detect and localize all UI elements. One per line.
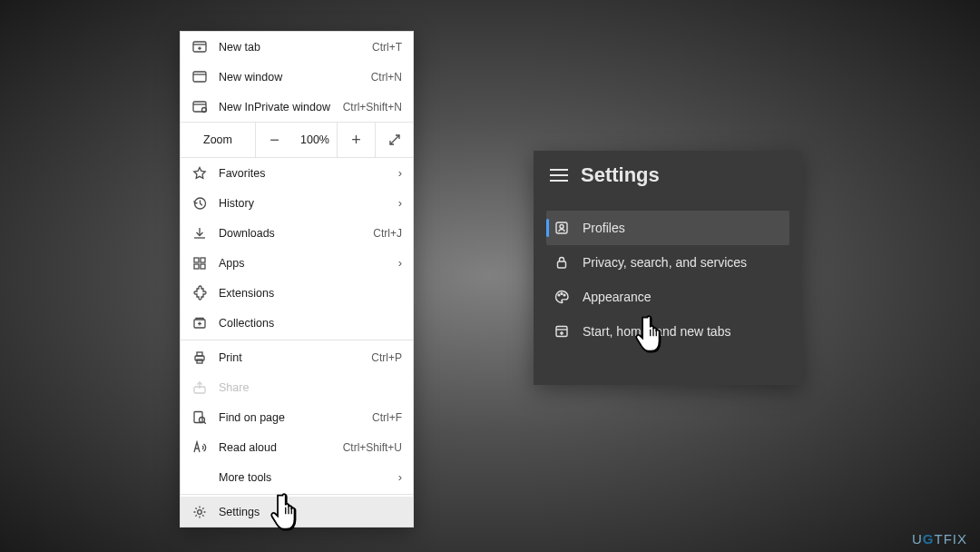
- menu-shortcut: Ctrl+N: [371, 71, 402, 84]
- svg-rect-10: [194, 258, 199, 262]
- inprivate-icon: [191, 99, 208, 115]
- svg-point-25: [560, 225, 564, 229]
- menu-item-find-on-page[interactable]: Find on page Ctrl+F: [181, 402, 413, 432]
- chevron-right-icon: ›: [398, 196, 402, 210]
- profiles-icon: [554, 220, 570, 236]
- settings-item-label: Profiles: [583, 221, 625, 235]
- menu-shortcut: Ctrl+P: [371, 351, 402, 364]
- svg-rect-26: [558, 261, 566, 268]
- svg-point-29: [564, 294, 565, 296]
- new-window-icon: [191, 69, 208, 85]
- svg-rect-13: [201, 264, 205, 269]
- menu-separator: [181, 340, 413, 340]
- collections-icon: [191, 315, 208, 331]
- svg-rect-4: [193, 72, 206, 82]
- zoom-out-button[interactable]: −: [255, 122, 293, 158]
- svg-rect-12: [194, 264, 199, 269]
- blank-icon: [191, 469, 208, 486]
- settings-item-label: Start, home, and new tabs: [583, 324, 730, 339]
- settings-item-label: Appearance: [583, 290, 652, 304]
- menu-label: More tools: [219, 471, 387, 484]
- chevron-right-icon: ›: [398, 166, 402, 180]
- zoom-value: 100%: [293, 133, 337, 146]
- menu-item-read-aloud[interactable]: Read aloud Ctrl+Shift+U: [181, 432, 413, 462]
- menu-label: Settings: [219, 506, 402, 518]
- svg-point-23: [198, 509, 202, 514]
- find-icon: [191, 409, 208, 426]
- print-icon: [191, 350, 208, 366]
- zoom-row: Zoom − 100% +: [181, 122, 413, 158]
- menu-shortcut: Ctrl+Shift+N: [343, 101, 402, 113]
- menu-item-extensions[interactable]: Extensions: [181, 278, 413, 308]
- menu-item-more-tools[interactable]: More tools ›: [181, 462, 413, 492]
- menu-shortcut: Ctrl+J: [373, 227, 402, 240]
- extensions-icon: [191, 285, 208, 301]
- menu-label: New tab: [219, 41, 361, 54]
- fullscreen-button[interactable]: [375, 122, 413, 158]
- read-aloud-icon: [191, 439, 208, 456]
- edge-overflow-menu: New tab Ctrl+T New window Ctrl+N New InP…: [180, 31, 414, 527]
- menu-shortcut: Ctrl+T: [372, 41, 402, 54]
- menu-shortcut: Ctrl+Shift+U: [343, 441, 402, 454]
- lock-icon: [554, 254, 570, 271]
- new-tab-icon: [191, 39, 208, 55]
- menu-separator: [181, 494, 413, 495]
- settings-item-privacy[interactable]: Privacy, search, and services: [534, 245, 802, 280]
- chevron-right-icon: ›: [398, 470, 402, 484]
- share-icon: [191, 380, 208, 396]
- settings-item-appearance[interactable]: Appearance: [534, 280, 802, 314]
- watermark: UGTFIX: [912, 531, 967, 547]
- menu-item-collections[interactable]: Collections: [181, 308, 413, 338]
- menu-item-settings[interactable]: Settings: [181, 497, 413, 527]
- menu-item-share: Share: [181, 372, 413, 402]
- svg-point-27: [558, 294, 560, 296]
- settings-item-start[interactable]: Start, home, and new tabs: [534, 314, 802, 349]
- menu-label: Downloads: [219, 227, 362, 240]
- menu-label: Extensions: [219, 287, 402, 300]
- palette-icon: [554, 289, 570, 305]
- svg-rect-11: [201, 258, 205, 262]
- start-page-icon: [554, 323, 570, 340]
- watermark-text: U: [912, 531, 923, 547]
- menu-label: Apps: [219, 257, 387, 270]
- history-icon: [191, 195, 208, 212]
- settings-item-profiles[interactable]: Profiles: [546, 211, 789, 245]
- menu-label: Find on page: [219, 411, 361, 424]
- settings-item-label: Privacy, search, and services: [583, 255, 747, 270]
- svg-rect-6: [193, 102, 206, 112]
- menu-label: Favorites: [219, 167, 387, 180]
- menu-label: Print: [219, 351, 360, 364]
- watermark-text: G: [923, 531, 935, 547]
- zoom-in-button[interactable]: +: [337, 122, 375, 158]
- zoom-label: Zoom: [181, 133, 255, 146]
- menu-shortcut: Ctrl+F: [372, 411, 402, 424]
- menu-label: New window: [219, 71, 360, 84]
- svg-point-28: [561, 293, 563, 295]
- menu-label: New InPrivate window: [219, 101, 332, 113]
- chevron-right-icon: ›: [398, 256, 402, 270]
- menu-item-print[interactable]: Print Ctrl+P: [181, 342, 413, 372]
- menu-item-history[interactable]: History ›: [181, 188, 413, 218]
- watermark-text: TFIX: [935, 531, 968, 547]
- menu-label: Collections: [219, 317, 402, 330]
- menu-label: Share: [219, 381, 402, 394]
- menu-label: History: [219, 197, 387, 210]
- hamburger-icon[interactable]: [550, 169, 568, 182]
- apps-icon: [191, 255, 208, 271]
- download-icon: [191, 225, 208, 242]
- menu-item-new-inprivate-window[interactable]: New InPrivate window Ctrl+Shift+N: [181, 92, 413, 122]
- menu-item-new-tab[interactable]: New tab Ctrl+T: [181, 32, 413, 62]
- menu-item-apps[interactable]: Apps ›: [181, 248, 413, 278]
- svg-rect-18: [197, 352, 202, 356]
- menu-item-favorites[interactable]: Favorites ›: [181, 158, 413, 188]
- menu-item-downloads[interactable]: Downloads Ctrl+J: [181, 218, 413, 248]
- svg-rect-19: [197, 360, 202, 363]
- settings-sidebar-panel: Settings Profiles Privacy, search, and s…: [534, 151, 802, 385]
- settings-title: Settings: [581, 163, 660, 187]
- star-icon: [191, 165, 208, 182]
- menu-label: Read aloud: [219, 441, 332, 454]
- gear-icon: [191, 504, 208, 520]
- settings-header: Settings: [534, 163, 802, 187]
- menu-item-new-window[interactable]: New window Ctrl+N: [181, 62, 413, 92]
